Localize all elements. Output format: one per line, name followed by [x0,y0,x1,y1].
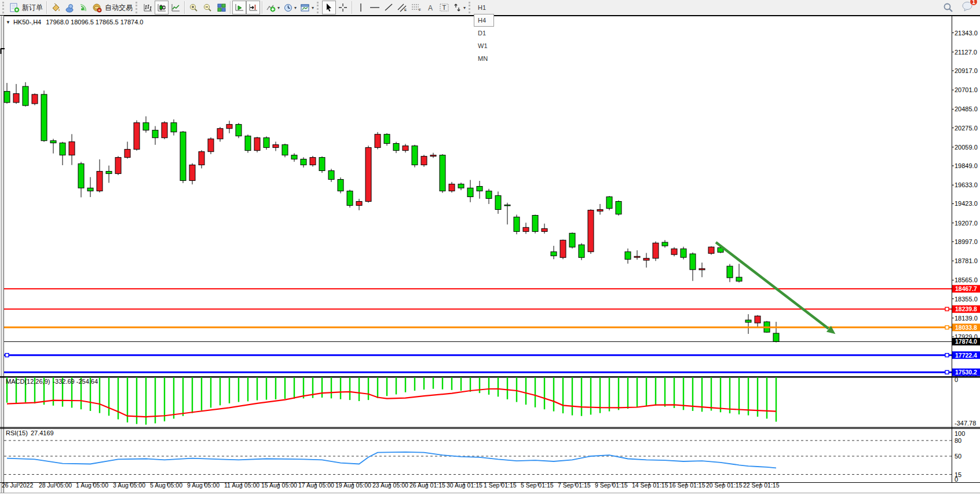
candle-bullish [32,94,38,104]
templates-button[interactable]: ▾ [298,1,316,14]
candle-bearish [319,158,325,171]
tile-windows-button[interactable] [214,1,228,14]
price-tick-label: 19207.0 [955,220,978,227]
arrows-button[interactable]: ▾ [451,1,467,14]
new-order-button[interactable]: 新订单 [8,1,45,14]
toolbar-grip[interactable] [2,2,5,13]
price-tick-label: 19423.0 [955,200,978,207]
timeframe-w1[interactable]: W1 [474,39,494,52]
time-axis-label: 5 Sep 01:15 [521,482,554,489]
chat-unread-badge: 1 [970,0,978,6]
profile-button[interactable] [63,1,76,14]
toolbar-grip[interactable] [317,2,320,13]
channel-button[interactable]: E [396,1,409,14]
toolbar-grip[interactable] [136,2,138,13]
timeframe-mn[interactable]: MN [474,52,494,65]
search-icon[interactable] [943,2,953,13]
rsi-axis-label: 80 [955,437,961,444]
price-tick-label: 20917.0 [955,67,978,74]
time-axis-label: 26 Jul 2022 [2,482,33,489]
timeframe-d1[interactable]: D1 [474,27,494,39]
equidistant-channel-icon: E [397,3,408,12]
signal-button[interactable] [76,1,90,14]
line-handle-17722.4[interactable] [945,354,949,357]
candle-bullish [643,259,649,260]
dropdown-caret: ▾ [463,5,466,10]
candle-bullish [588,210,594,252]
chat-button[interactable]: 1 [961,1,973,14]
line-handle-18239.8[interactable] [945,307,949,311]
toolbar-grip[interactable] [469,2,471,13]
autotrading-button[interactable]: 自动交易 [90,1,134,14]
price-tick-label: 18565.0 [955,276,978,283]
text-label-icon: T [439,3,449,12]
chart-shift-button[interactable] [246,1,260,14]
candle-bearish [393,144,399,151]
line-chart-icon [171,3,181,13]
text-button[interactable]: A [423,1,437,14]
candle-bullish [671,249,677,254]
candle-bearish [180,132,186,181]
time-axis-label: 9 Aug 05:00 [187,482,220,489]
candle-bullish [208,139,214,152]
toolbar-separator [184,1,185,14]
candle-bearish [736,277,742,281]
rsi-axis-label: 50 [955,453,961,460]
zoom-in-button[interactable] [187,1,200,14]
collapse-triangle-icon[interactable]: ▼ [6,20,10,25]
styler-button[interactable] [49,1,63,14]
vertical-line-button[interactable] [354,1,368,14]
candle-bearish [301,159,306,165]
candle-bearish [551,252,557,256]
price-tick-label: 21127.0 [955,49,977,56]
indicators-icon [266,3,276,13]
line-handle-17722.4[interactable] [5,354,9,357]
candle-bearish [606,197,612,209]
candle-bearish [87,188,93,191]
candle-bullish [375,134,381,148]
cursor-button[interactable] [322,1,336,14]
price-tick-label: 18997.0 [955,238,978,245]
dropdown-caret: ▾ [312,5,314,10]
candle-bullish [356,201,362,205]
chart-background [0,16,980,493]
candle-bearish [773,333,779,341]
text-label-button[interactable]: T [437,1,451,14]
horizontal-line-icon [370,3,380,12]
vertical-line-icon [357,3,365,12]
candle-bearish [579,245,584,257]
main-toolbar: 新订单 自动交易 [0,0,980,16]
line-handle-18033.8[interactable] [945,326,949,329]
zoom-out-button[interactable] [200,1,214,14]
svg-text:E: E [404,8,407,12]
line-handle-17530.2[interactable] [945,370,949,374]
candle-bearish [690,254,696,270]
clock-icon [283,3,293,13]
price-tick-label: 19633.0 [955,181,978,188]
candle-bullish [115,158,121,174]
fibonacci-button[interactable]: F [409,1,423,14]
timeframe-h1[interactable]: H1 [474,1,494,14]
candle-bearish [495,196,501,210]
candle-bullish [69,142,75,155]
chart-title-bar[interactable]: ▼ HK50-,H4 17968.0 18096.5 17865.5 17874… [6,18,147,26]
candle-bullish [13,93,19,102]
candle-bullish [430,155,436,156]
candle-bearish [347,191,353,206]
candle-bearish [616,201,621,214]
price-tick-label: 18355.0 [955,296,978,303]
horizontal-line-button[interactable] [368,1,382,14]
candle-bullish [699,268,705,270]
timeframe-h4[interactable]: H4 [474,14,494,27]
candlestick-chart-button[interactable] [155,1,169,14]
line-chart-button[interactable] [169,1,182,14]
auto-scroll-button[interactable] [232,1,246,14]
periods-button[interactable]: ▾ [281,1,298,14]
indicators-button[interactable]: ▾ [264,1,281,14]
macd-axis-label: 0 [955,376,958,383]
svg-text:T: T [443,4,447,11]
crosshair-button[interactable] [336,1,350,14]
trendline-button[interactable] [382,1,396,14]
bar-chart-button[interactable] [141,1,155,14]
chart-canvas: 21343.021127.020917.020701.020485.020275… [0,0,980,495]
